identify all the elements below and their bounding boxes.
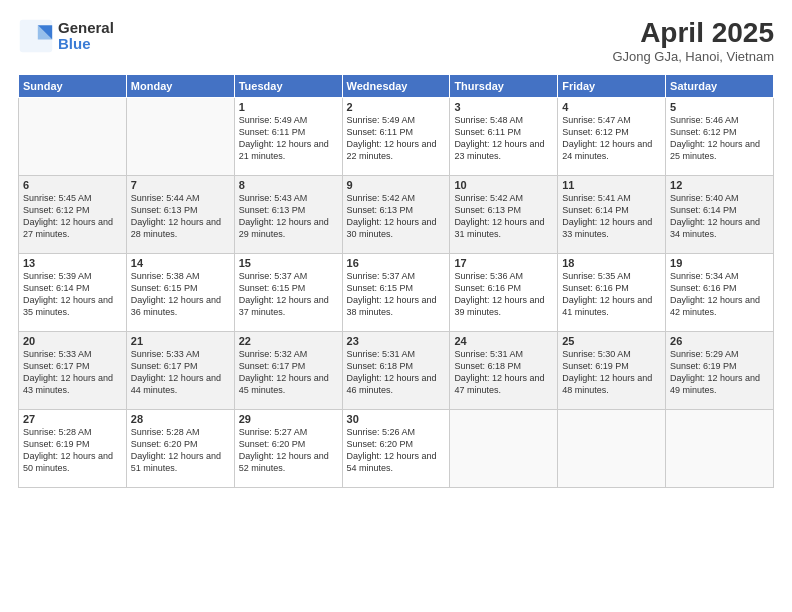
day-info: Sunrise: 5:49 AM Sunset: 6:11 PM Dayligh… [239, 114, 338, 163]
table-row: 2Sunrise: 5:49 AM Sunset: 6:11 PM Daylig… [342, 97, 450, 175]
table-row: 14Sunrise: 5:38 AM Sunset: 6:15 PM Dayli… [126, 253, 234, 331]
day-number: 20 [23, 335, 122, 347]
day-info: Sunrise: 5:34 AM Sunset: 6:16 PM Dayligh… [670, 270, 769, 319]
page: General Blue April 2025 GJong GJa, Hanoi… [0, 0, 792, 612]
col-wednesday: Wednesday [342, 74, 450, 97]
day-number: 14 [131, 257, 230, 269]
col-thursday: Thursday [450, 74, 558, 97]
calendar-header-row: Sunday Monday Tuesday Wednesday Thursday… [19, 74, 774, 97]
table-row: 8Sunrise: 5:43 AM Sunset: 6:13 PM Daylig… [234, 175, 342, 253]
calendar: Sunday Monday Tuesday Wednesday Thursday… [18, 74, 774, 488]
main-title: April 2025 [612, 18, 774, 49]
day-info: Sunrise: 5:43 AM Sunset: 6:13 PM Dayligh… [239, 192, 338, 241]
day-number: 13 [23, 257, 122, 269]
table-row: 1Sunrise: 5:49 AM Sunset: 6:11 PM Daylig… [234, 97, 342, 175]
col-saturday: Saturday [666, 74, 774, 97]
day-info: Sunrise: 5:42 AM Sunset: 6:13 PM Dayligh… [454, 192, 553, 241]
day-info: Sunrise: 5:28 AM Sunset: 6:20 PM Dayligh… [131, 426, 230, 475]
day-number: 7 [131, 179, 230, 191]
day-info: Sunrise: 5:42 AM Sunset: 6:13 PM Dayligh… [347, 192, 446, 241]
day-info: Sunrise: 5:26 AM Sunset: 6:20 PM Dayligh… [347, 426, 446, 475]
day-number: 17 [454, 257, 553, 269]
table-row: 13Sunrise: 5:39 AM Sunset: 6:14 PM Dayli… [19, 253, 127, 331]
table-row: 11Sunrise: 5:41 AM Sunset: 6:14 PM Dayli… [558, 175, 666, 253]
table-row: 17Sunrise: 5:36 AM Sunset: 6:16 PM Dayli… [450, 253, 558, 331]
day-number: 6 [23, 179, 122, 191]
day-info: Sunrise: 5:31 AM Sunset: 6:18 PM Dayligh… [347, 348, 446, 397]
day-info: Sunrise: 5:35 AM Sunset: 6:16 PM Dayligh… [562, 270, 661, 319]
table-row: 12Sunrise: 5:40 AM Sunset: 6:14 PM Dayli… [666, 175, 774, 253]
day-number: 8 [239, 179, 338, 191]
logo-icon [18, 18, 54, 54]
day-number: 21 [131, 335, 230, 347]
day-number: 28 [131, 413, 230, 425]
table-row: 19Sunrise: 5:34 AM Sunset: 6:16 PM Dayli… [666, 253, 774, 331]
logo-blue-label: Blue [58, 36, 114, 53]
table-row: 7Sunrise: 5:44 AM Sunset: 6:13 PM Daylig… [126, 175, 234, 253]
table-row: 5Sunrise: 5:46 AM Sunset: 6:12 PM Daylig… [666, 97, 774, 175]
table-row: 27Sunrise: 5:28 AM Sunset: 6:19 PM Dayli… [19, 409, 127, 487]
table-row: 4Sunrise: 5:47 AM Sunset: 6:12 PM Daylig… [558, 97, 666, 175]
day-info: Sunrise: 5:29 AM Sunset: 6:19 PM Dayligh… [670, 348, 769, 397]
day-info: Sunrise: 5:33 AM Sunset: 6:17 PM Dayligh… [131, 348, 230, 397]
table-row: 25Sunrise: 5:30 AM Sunset: 6:19 PM Dayli… [558, 331, 666, 409]
day-info: Sunrise: 5:47 AM Sunset: 6:12 PM Dayligh… [562, 114, 661, 163]
day-number: 25 [562, 335, 661, 347]
day-info: Sunrise: 5:40 AM Sunset: 6:14 PM Dayligh… [670, 192, 769, 241]
logo: General Blue [18, 18, 114, 54]
title-block: April 2025 GJong GJa, Hanoi, Vietnam [612, 18, 774, 64]
calendar-week-row: 13Sunrise: 5:39 AM Sunset: 6:14 PM Dayli… [19, 253, 774, 331]
logo-text: General Blue [58, 20, 114, 53]
day-info: Sunrise: 5:49 AM Sunset: 6:11 PM Dayligh… [347, 114, 446, 163]
day-info: Sunrise: 5:33 AM Sunset: 6:17 PM Dayligh… [23, 348, 122, 397]
day-info: Sunrise: 5:45 AM Sunset: 6:12 PM Dayligh… [23, 192, 122, 241]
day-info: Sunrise: 5:46 AM Sunset: 6:12 PM Dayligh… [670, 114, 769, 163]
day-info: Sunrise: 5:28 AM Sunset: 6:19 PM Dayligh… [23, 426, 122, 475]
day-info: Sunrise: 5:41 AM Sunset: 6:14 PM Dayligh… [562, 192, 661, 241]
table-row: 18Sunrise: 5:35 AM Sunset: 6:16 PM Dayli… [558, 253, 666, 331]
calendar-week-row: 1Sunrise: 5:49 AM Sunset: 6:11 PM Daylig… [19, 97, 774, 175]
header: General Blue April 2025 GJong GJa, Hanoi… [18, 18, 774, 64]
day-info: Sunrise: 5:48 AM Sunset: 6:11 PM Dayligh… [454, 114, 553, 163]
day-number: 24 [454, 335, 553, 347]
day-number: 19 [670, 257, 769, 269]
calendar-week-row: 27Sunrise: 5:28 AM Sunset: 6:19 PM Dayli… [19, 409, 774, 487]
table-row: 20Sunrise: 5:33 AM Sunset: 6:17 PM Dayli… [19, 331, 127, 409]
table-row: 29Sunrise: 5:27 AM Sunset: 6:20 PM Dayli… [234, 409, 342, 487]
table-row [558, 409, 666, 487]
calendar-week-row: 6Sunrise: 5:45 AM Sunset: 6:12 PM Daylig… [19, 175, 774, 253]
table-row: 16Sunrise: 5:37 AM Sunset: 6:15 PM Dayli… [342, 253, 450, 331]
logo-general-label: General [58, 20, 114, 37]
day-info: Sunrise: 5:38 AM Sunset: 6:15 PM Dayligh… [131, 270, 230, 319]
table-row: 28Sunrise: 5:28 AM Sunset: 6:20 PM Dayli… [126, 409, 234, 487]
day-number: 16 [347, 257, 446, 269]
day-number: 5 [670, 101, 769, 113]
table-row: 3Sunrise: 5:48 AM Sunset: 6:11 PM Daylig… [450, 97, 558, 175]
calendar-week-row: 20Sunrise: 5:33 AM Sunset: 6:17 PM Dayli… [19, 331, 774, 409]
day-info: Sunrise: 5:32 AM Sunset: 6:17 PM Dayligh… [239, 348, 338, 397]
day-number: 4 [562, 101, 661, 113]
table-row: 15Sunrise: 5:37 AM Sunset: 6:15 PM Dayli… [234, 253, 342, 331]
day-info: Sunrise: 5:30 AM Sunset: 6:19 PM Dayligh… [562, 348, 661, 397]
table-row: 26Sunrise: 5:29 AM Sunset: 6:19 PM Dayli… [666, 331, 774, 409]
table-row [19, 97, 127, 175]
day-number: 15 [239, 257, 338, 269]
table-row: 24Sunrise: 5:31 AM Sunset: 6:18 PM Dayli… [450, 331, 558, 409]
day-info: Sunrise: 5:27 AM Sunset: 6:20 PM Dayligh… [239, 426, 338, 475]
table-row [450, 409, 558, 487]
day-number: 26 [670, 335, 769, 347]
day-number: 18 [562, 257, 661, 269]
table-row [666, 409, 774, 487]
day-info: Sunrise: 5:44 AM Sunset: 6:13 PM Dayligh… [131, 192, 230, 241]
col-sunday: Sunday [19, 74, 127, 97]
day-number: 23 [347, 335, 446, 347]
table-row: 21Sunrise: 5:33 AM Sunset: 6:17 PM Dayli… [126, 331, 234, 409]
day-number: 12 [670, 179, 769, 191]
day-number: 11 [562, 179, 661, 191]
table-row: 30Sunrise: 5:26 AM Sunset: 6:20 PM Dayli… [342, 409, 450, 487]
table-row: 22Sunrise: 5:32 AM Sunset: 6:17 PM Dayli… [234, 331, 342, 409]
day-number: 3 [454, 101, 553, 113]
col-monday: Monday [126, 74, 234, 97]
day-info: Sunrise: 5:36 AM Sunset: 6:16 PM Dayligh… [454, 270, 553, 319]
table-row [126, 97, 234, 175]
